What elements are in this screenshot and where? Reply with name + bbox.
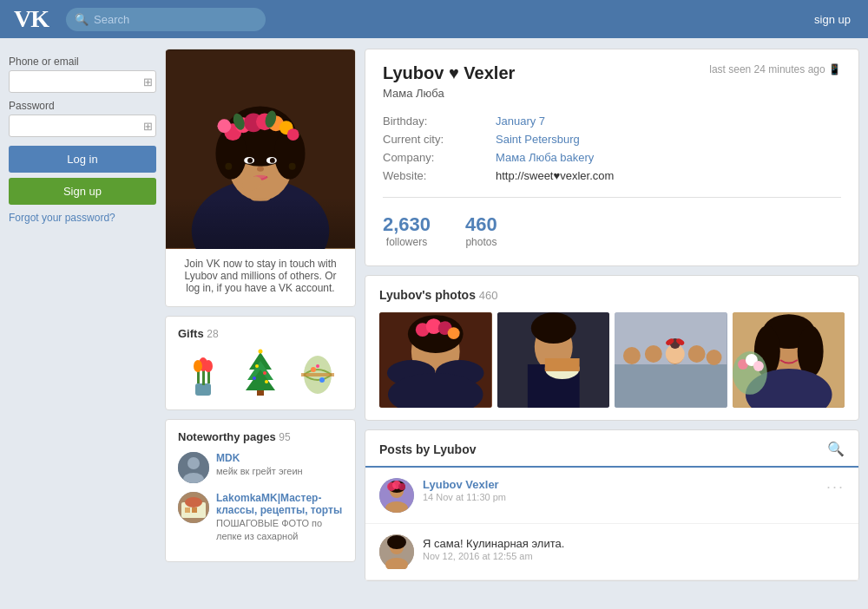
password-input[interactable]	[9, 115, 156, 137]
svg-rect-70	[544, 358, 579, 371]
photos-title: Lyubov's photos	[379, 288, 476, 302]
profile-name-row: Lyubov ♥ Vexler last seen 24 minutes ago…	[383, 63, 841, 83]
stats-row: 2,630 followers 460 photos	[383, 210, 841, 252]
svg-point-41	[259, 350, 263, 354]
svg-rect-46	[301, 373, 334, 377]
profile-info-table: Birthday: January 7 Current city: Saint …	[383, 112, 841, 185]
photos-grid	[379, 312, 845, 408]
mobile-icon: 📱	[828, 63, 841, 75]
noteworthy-link-mdk[interactable]: MDK	[216, 452, 303, 464]
company-row: Company: Мама Люба bakery	[383, 148, 841, 167]
tree-icon	[235, 349, 286, 399]
profile-photo-card: Join VK now to stay in touch with Lyubov…	[165, 49, 356, 307]
photo-thumb-2[interactable]	[497, 312, 610, 408]
svg-point-45	[316, 364, 319, 368]
gifts-row	[178, 349, 343, 399]
post-avatar-1-img	[379, 478, 414, 513]
post-content-2: Я сама! Кулинарная элита. Nov 12, 2016 a…	[423, 534, 845, 569]
svg-point-48	[187, 457, 200, 469]
gift-tree	[235, 349, 286, 399]
egg-icon	[293, 349, 343, 399]
followers-label: followers	[383, 236, 431, 248]
photo-1-svg	[379, 312, 492, 408]
signup-button[interactable]: Sign up	[9, 178, 156, 205]
svg-rect-26	[195, 383, 211, 396]
noteworthy-desc-lakomka: ПОШАГОВЫЕ ФОТО по лепке из сахарной	[216, 518, 322, 541]
photo-thumb-4[interactable]	[733, 312, 845, 408]
svg-point-25	[289, 163, 296, 170]
password-label: Password	[9, 100, 156, 112]
birthday-label: Birthday:	[383, 112, 496, 130]
posts-card: Posts by Lyubov 🔍 L	[365, 429, 859, 581]
noteworthy-header: Noteworthy pages 95	[178, 430, 343, 443]
svg-rect-72	[615, 364, 727, 408]
noteworthy-item-lakomka: LakomkaMK|Мастер-классы, рецепты, торты …	[178, 492, 343, 542]
photos-stat[interactable]: 460 photos	[465, 213, 497, 248]
photo-4-svg	[733, 312, 845, 408]
photo-2-svg	[497, 312, 610, 408]
followers-stat[interactable]: 2,630 followers	[383, 213, 431, 248]
posts-search-icon[interactable]: 🔍	[827, 441, 845, 466]
post-item-1: Lyubov Vexler 14 Nov at 11:30 pm ···	[365, 468, 858, 524]
login-button[interactable]: Log in	[9, 146, 156, 173]
photos-stat-count: 460	[465, 213, 497, 236]
svg-point-14	[287, 128, 299, 141]
main-layout: Phone or email ⊞ Password ⊞ Log in Sign …	[0, 38, 868, 592]
vk-logo[interactable]: VK	[14, 5, 49, 33]
birthday-row: Birthday: January 7	[383, 112, 841, 130]
last-seen: last seen 24 minutes ago 📱	[709, 63, 841, 75]
website-label: Website:	[383, 167, 496, 185]
svg-point-19	[247, 158, 253, 163]
photos-stat-label: photos	[465, 236, 497, 248]
profile-name: Lyubov ♥ Vexler	[383, 63, 515, 83]
svg-point-103	[387, 535, 406, 549]
noteworthy-link-lakomka[interactable]: LakomkaMK|Мастер-классы, рецепты, торты	[216, 492, 343, 516]
profile-card-join-text: Join VK now to stay in touch with Lyubov…	[166, 249, 355, 294]
profile-status: Мама Люба	[383, 87, 841, 100]
profile-photo-svg	[166, 49, 355, 249]
company-value[interactable]: Мама Люба bakery	[496, 151, 594, 164]
phone-eye-icon[interactable]: ⊞	[143, 75, 153, 88]
noteworthy-avatar-lakomka	[178, 492, 209, 523]
svg-point-38	[263, 371, 266, 375]
password-eye-icon[interactable]: ⊞	[143, 120, 153, 133]
photo-3-svg	[615, 312, 727, 408]
post-avatar-2[interactable]	[379, 534, 414, 569]
middle-column: Join VK now to stay in touch with Lyubov…	[165, 49, 356, 581]
photo-thumb-1[interactable]	[379, 312, 492, 408]
website-row: Website: http://sweet♥vexler.com	[383, 167, 841, 185]
profile-photo[interactable]	[166, 49, 355, 249]
photos-header: Lyubov's photos 460	[379, 288, 845, 302]
svg-point-77	[707, 350, 722, 365]
svg-point-39	[253, 377, 256, 380]
noteworthy-title: Noteworthy pages	[178, 430, 276, 443]
header-signup-link[interactable]: sign up	[814, 13, 851, 26]
website-value: http://sweet♥vexler.com	[496, 169, 614, 182]
gifts-header: Gifts 28	[178, 327, 343, 340]
svg-point-61	[448, 327, 460, 339]
svg-point-37	[255, 364, 259, 368]
birthday-value[interactable]: January 7	[496, 115, 545, 128]
svg-point-99	[398, 483, 405, 490]
phone-email-input[interactable]	[9, 70, 156, 93]
noteworthy-count: 95	[279, 431, 290, 443]
svg-rect-53	[185, 508, 190, 513]
svg-rect-54	[192, 508, 197, 513]
svg-point-24	[225, 163, 232, 170]
photo-thumb-3[interactable]	[615, 312, 727, 408]
header: VK 🔍 sign up	[0, 0, 868, 38]
company-label: Company:	[383, 148, 496, 167]
post-avatar-1[interactable]	[379, 478, 414, 513]
city-row: Current city: Saint Petersburg	[383, 130, 841, 148]
forgot-password-link[interactable]: Forgot your password?	[9, 212, 156, 224]
posts-header: Posts by Lyubov 🔍	[365, 430, 858, 468]
gifts-title: Gifts	[178, 327, 204, 340]
profile-divider	[383, 197, 841, 198]
post-actions-1[interactable]: ···	[826, 478, 845, 513]
city-label: Current city:	[383, 130, 496, 148]
search-input[interactable]	[66, 8, 266, 31]
post-time-1: 14 Nov at 11:30 pm	[423, 492, 818, 502]
city-value[interactable]: Saint Petersburg	[496, 133, 580, 146]
post-author-1[interactable]: Lyubov Vexler	[423, 478, 818, 491]
login-section: Phone or email ⊞ Password ⊞ Log in Sign …	[9, 56, 156, 224]
